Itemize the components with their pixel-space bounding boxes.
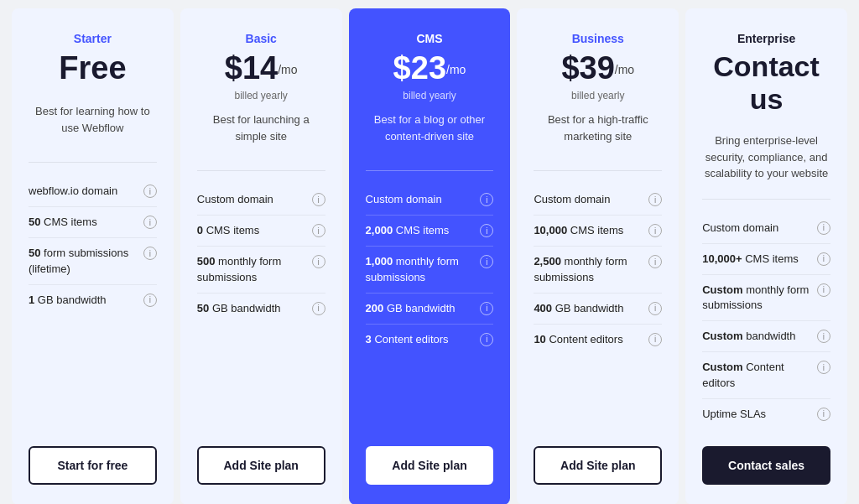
info-icon[interactable]: i [817,330,830,343]
plan-price-basic: $14/mo [197,50,325,86]
feature-item: Custom bandwidthi [702,321,830,352]
feature-text: 50 GB bandwidth [197,301,309,316]
feature-text: 1 GB bandwidth [29,293,140,308]
plan-description-cms: Best for a blog or other content-driven … [366,112,494,153]
price-per-month: /mo [446,63,466,76]
plan-price-business: $39/mo [534,50,662,86]
feature-text: 400 GB bandwidth [534,301,645,316]
plan-description-starter: Best for learning how to use Webflow [29,103,157,145]
feature-item: 1,000 monthly form submissionsi [366,247,494,293]
pricing-container: StarterFreeBest for learning how to use … [8,8,851,504]
info-icon[interactable]: i [648,193,662,206]
info-icon[interactable]: i [817,221,830,235]
info-icon[interactable]: i [480,255,493,268]
feature-item: 500 monthly form submissionsi [197,247,325,293]
feature-text: Custom Content editors [702,360,814,390]
info-icon[interactable]: i [817,361,830,374]
price-amount: $39 [561,50,614,86]
feature-item: 10,000 CMS itemsi [534,216,662,247]
plan-tier-business: Business [534,32,662,45]
plan-card-cms: CMS$23/mobilled yearlyBest for a blog or… [349,8,511,504]
plan-price-enterprise: Contact us [702,50,830,116]
price-contact-label: Contact us [713,50,820,115]
info-icon[interactable]: i [480,333,493,346]
feature-item: 50 CMS itemsi [29,207,157,238]
feature-text: 0 CMS items [197,223,309,238]
feature-item: Uptime SLAsi [702,399,830,429]
price-per-month: /mo [278,63,297,76]
feature-item: Custom domaini [534,184,662,216]
info-icon[interactable]: i [312,224,325,237]
info-icon[interactable]: i [817,283,830,297]
plan-tier-starter: Starter [29,32,157,45]
info-icon[interactable]: i [648,255,662,268]
info-icon[interactable]: i [143,247,157,260]
feature-text: 3 Content editors [366,332,477,347]
features-list-basic: Custom domaini0 CMS itemsi500 monthly fo… [197,170,325,429]
features-list-cms: Custom domaini2,000 CMS itemsi1,000 mont… [366,170,494,429]
feature-item: 2,500 monthly form submissionsi [534,247,662,293]
plan-button-cms[interactable]: Add Site plan [366,446,494,485]
info-icon[interactable]: i [480,224,493,237]
price-amount: $14 [225,50,278,86]
feature-item: 400 GB bandwidthi [534,294,662,325]
feature-text: 50 form submissions (lifetime) [29,246,140,276]
info-icon[interactable]: i [817,408,830,421]
plan-price-cms: $23/mo [366,50,494,86]
features-list-enterprise: Custom domaini10,000+ CMS itemsiCustom m… [702,199,830,430]
plan-description-business: Best for a high-traffic marketing site [534,112,662,153]
feature-text: 2,500 monthly form submissions [534,254,645,284]
plan-button-basic[interactable]: Add Site plan [197,446,325,485]
feature-text: 2,000 CMS items [366,223,477,238]
plan-price-starter: Free [29,50,157,86]
feature-item: Custom monthly form submissionsi [702,275,830,321]
features-list-starter: webflow.io domaini50 CMS itemsi50 form s… [29,162,157,429]
feature-text: 1,000 monthly form submissions [366,254,477,284]
feature-item: Custom domaini [366,184,494,216]
features-list-business: Custom domaini10,000 CMS itemsi2,500 mon… [534,170,662,429]
info-icon[interactable]: i [312,302,325,315]
feature-text: Custom domain [197,192,309,207]
info-icon[interactable]: i [817,252,830,266]
feature-text: 10 Content editors [534,332,645,347]
feature-item: Custom domaini [702,213,830,244]
info-icon[interactable]: i [480,302,493,315]
info-icon[interactable]: i [143,184,157,198]
feature-item: Custom Content editorsi [702,352,830,398]
billing-period-basic: billed yearly [197,90,325,101]
feature-text: 50 CMS items [29,215,140,230]
info-icon[interactable]: i [480,193,493,206]
feature-text: Custom domain [534,192,645,207]
plan-description-basic: Best for launching a simple site [197,112,325,153]
plan-button-starter[interactable]: Start for free [29,446,157,485]
feature-item: 50 GB bandwidthi [197,294,325,324]
plan-button-business[interactable]: Add Site plan [534,446,662,485]
info-icon[interactable]: i [648,333,662,346]
info-icon[interactable]: i [143,216,157,229]
feature-text: Custom monthly form submissions [702,283,814,313]
plan-card-business: Business$39/mobilled yearlyBest for a hi… [517,8,679,504]
plan-button-enterprise[interactable]: Contact sales [702,446,830,485]
info-icon[interactable]: i [648,302,662,315]
feature-text: 10,000+ CMS items [702,252,814,267]
billing-period-cms: billed yearly [366,90,494,101]
plan-card-basic: Basic$14/mobilled yearlyBest for launchi… [180,8,342,504]
feature-text: 10,000 CMS items [534,223,645,238]
feature-item: 50 form submissions (lifetime)i [29,238,157,284]
feature-text: 500 monthly form submissions [197,254,309,284]
feature-text: webflow.io domain [29,184,140,199]
info-icon[interactable]: i [312,255,325,268]
info-icon[interactable]: i [648,224,662,237]
info-icon[interactable]: i [312,193,325,206]
feature-item: 10,000+ CMS itemsi [702,244,830,275]
plan-card-enterprise: EnterpriseContact usBring enterprise-lev… [685,8,847,504]
feature-item: Custom domaini [197,184,325,216]
feature-item: webflow.io domaini [29,176,157,207]
plan-tier-cms: CMS [366,32,494,45]
price-amount: $23 [393,50,446,86]
plan-card-starter: StarterFreeBest for learning how to use … [12,8,174,504]
info-icon[interactable]: i [143,294,157,307]
feature-item: 1 GB bandwidthi [29,285,157,315]
plan-tier-enterprise: Enterprise [702,32,830,45]
feature-text: Uptime SLAs [702,407,814,422]
